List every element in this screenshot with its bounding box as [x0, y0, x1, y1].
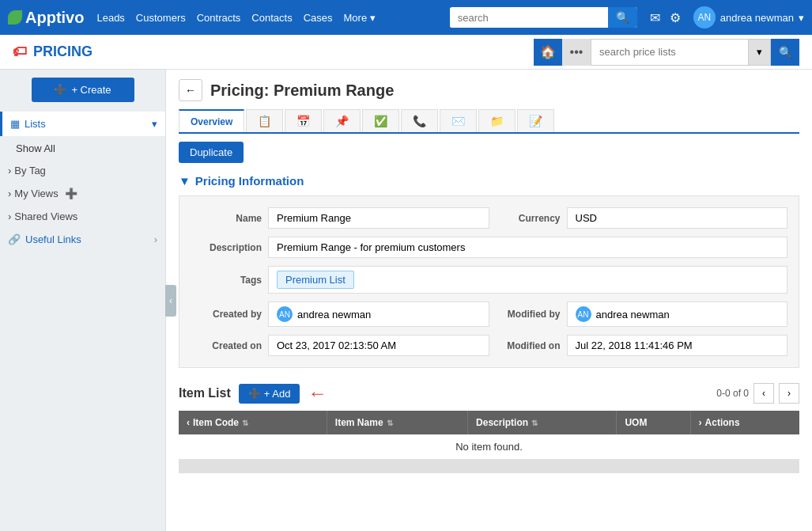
price-list-search-button[interactable]: 🔍 [771, 39, 799, 66]
pricing-info-grid: Name Premium Range Currency USD Descript… [179, 195, 799, 368]
tab-overview-label: Overview [191, 116, 232, 127]
modified-on-field-group: Modified on Jul 22, 2018 11:41:46 PM [489, 335, 788, 356]
created-by-label: Created by [191, 309, 262, 320]
home-button[interactable]: 🏠 [534, 39, 562, 66]
user-info[interactable]: AN andrea newman ▾ [693, 6, 804, 28]
create-plus-icon: ➕ [54, 84, 66, 96]
nav-customers[interactable]: Customers [136, 12, 186, 24]
sidebar-collapse-tab[interactable]: ‹ [165, 285, 176, 317]
record-title: Pricing: Premium Range [210, 82, 394, 100]
nav-contacts[interactable]: Contacts [251, 12, 292, 24]
duplicate-button[interactable]: Duplicate [179, 142, 244, 163]
tab-2[interactable]: 📅 [285, 109, 322, 132]
th-item-code-sort-icon[interactable]: ⇅ [242, 419, 248, 427]
link-icon: 🔗 [8, 233, 21, 245]
th-description-label: Description [476, 417, 528, 428]
tab-8[interactable]: 📝 [517, 109, 554, 132]
name-value: Premium Range [268, 207, 489, 229]
top-navigation: Apptivo Leads Customers Contracts Contac… [0, 0, 812, 35]
network-icon[interactable]: ⚙ [670, 10, 681, 25]
sidebar-lists-header[interactable]: ▦ Lists ▾ [2, 112, 165, 136]
modified-on-label: Modified on [489, 340, 561, 351]
search-button[interactable]: 🔍 [608, 7, 637, 28]
back-button[interactable]: ← [179, 79, 202, 101]
logo-text: Apptivo [25, 9, 84, 27]
prev-page-button[interactable]: ‹ [753, 383, 774, 404]
pricing-tag-icon: 🏷 [13, 44, 27, 60]
duplicate-label: Duplicate [190, 146, 232, 158]
description-value: Premium Range - for premium customers [268, 237, 787, 258]
sidebar-item-sharedviews[interactable]: › Shared Views [0, 205, 165, 228]
user-name: andrea newman [720, 12, 794, 24]
tab-overview[interactable]: Overview [179, 109, 244, 132]
th-item-code[interactable]: ‹ Item Code ⇅ [179, 411, 327, 434]
add-button[interactable]: ➕ + Add [239, 384, 300, 404]
search-input[interactable] [450, 8, 608, 28]
mail-icon[interactable]: ✉ [650, 10, 660, 25]
tags-field-group: Tags Premium List [191, 266, 787, 294]
logo-leaf-icon [8, 10, 22, 25]
th-item-name-label: Item Name [335, 417, 383, 428]
tab-5[interactable]: 📞 [401, 109, 438, 132]
by-tag-label: By Tag [14, 165, 46, 176]
tab-6[interactable]: ✉️ [440, 109, 477, 132]
modified-by-label: Modified by [489, 309, 561, 320]
currency-label: Currency [489, 213, 561, 224]
record-header: ← Pricing: Premium Range [179, 79, 799, 101]
user-dropdown-icon[interactable]: ▾ [799, 12, 804, 24]
tab-4[interactable]: ✅ [362, 109, 399, 132]
pricing-title-group: 🏷 PRICING [13, 44, 93, 60]
item-list-table: ‹ Item Code ⇅ Item Name ⇅ Descript [179, 411, 799, 473]
description-field-group: Description Premium Range - for premium … [191, 237, 787, 258]
tab-8-icon: 📝 [529, 115, 542, 127]
dots-button[interactable]: ••• [562, 39, 591, 66]
created-by-value-group: AN andrea newman [268, 302, 489, 327]
created-on-label: Created on [191, 340, 262, 351]
info-row-tags: Tags Premium List [191, 266, 787, 294]
th-uom[interactable]: UOM [617, 411, 690, 434]
section-collapse-icon[interactable]: ▼ [179, 174, 191, 188]
price-list-search-input[interactable] [591, 39, 749, 66]
sidebar-useful-links[interactable]: 🔗 Useful Links › [0, 228, 165, 251]
nav-contracts[interactable]: Contracts [197, 12, 241, 24]
tab-7[interactable]: 📁 [478, 109, 516, 132]
nav-more[interactable]: More ▾ [344, 12, 376, 24]
modified-by-value: andrea newman [596, 309, 670, 320]
tab-4-icon: ✅ [374, 115, 387, 127]
my-views-label: My Views [14, 188, 58, 199]
useful-links-label: Useful Links [25, 233, 81, 245]
th-item-name[interactable]: Item Name ⇅ [327, 411, 467, 434]
no-items-row: No item found. [179, 434, 799, 460]
sidebar-item-myviews[interactable]: › My Views ➕ [0, 182, 165, 205]
sidebar-item-bytag[interactable]: › By Tag [0, 159, 165, 182]
scrollbar-row [179, 460, 799, 473]
app-logo[interactable]: Apptivo [8, 9, 84, 27]
tab-7-icon: 📁 [490, 115, 504, 127]
tags-container: Premium List [268, 266, 787, 294]
tab-3[interactable]: 📌 [323, 109, 361, 132]
th-actions-chevron: › [699, 417, 702, 428]
tab-1-icon: 📋 [258, 115, 271, 127]
pricing-title-text: PRICING [33, 44, 93, 60]
currency-field-group: Currency USD [489, 207, 788, 229]
th-description-sort-icon[interactable]: ⇅ [531, 419, 538, 427]
pricing-header: 🏷 PRICING 🏠 ••• ▾ 🔍 [0, 35, 812, 70]
created-on-value: Oct 23, 2017 02:13:50 AM [268, 335, 489, 356]
nav-leads[interactable]: Leads [96, 12, 124, 24]
th-item-code-chevron: ‹ [187, 417, 190, 428]
th-description[interactable]: Description ⇅ [468, 411, 617, 434]
nav-cases[interactable]: Cases [304, 12, 333, 24]
tab-6-icon: ✉️ [451, 115, 465, 127]
tab-1[interactable]: 📋 [246, 109, 283, 132]
sidebar-item-showall[interactable]: Show All [0, 138, 165, 159]
nav-links: Leads Customers Contracts Contacts Cases… [96, 12, 375, 24]
add-plus-icon: ➕ [248, 388, 261, 400]
next-page-button[interactable]: › [779, 383, 799, 404]
lists-label: Lists [25, 118, 46, 130]
price-list-search-dropdown[interactable]: ▾ [749, 39, 771, 66]
tab-5-icon: 📞 [413, 115, 426, 127]
item-list-header: Item List ➕ + Add ← 0-0 of 0 ‹ › [179, 382, 799, 404]
myviews-add-icon[interactable]: ➕ [65, 188, 77, 199]
create-button[interactable]: ➕ + Create [32, 78, 134, 102]
th-item-name-sort-icon[interactable]: ⇅ [387, 419, 393, 427]
